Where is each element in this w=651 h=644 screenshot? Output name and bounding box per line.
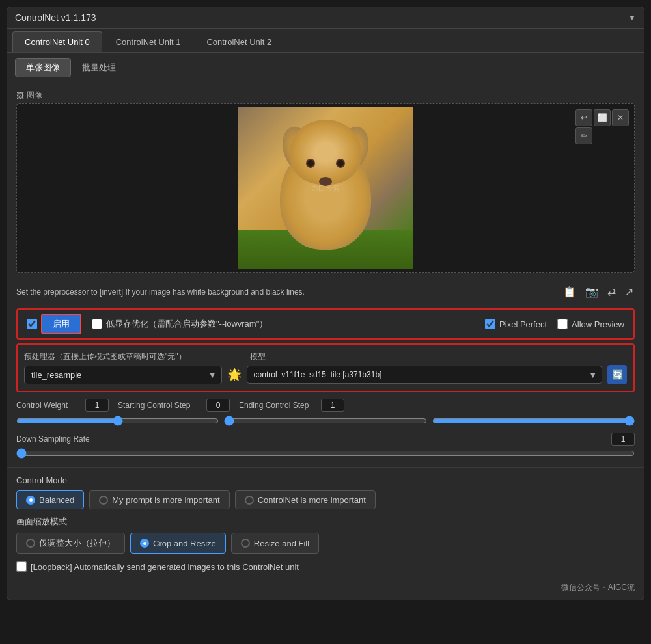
bottom-area: 微信公众号・AIGC流	[7, 578, 644, 600]
resize-mode-heading: 画面缩放模式	[16, 516, 635, 528]
bottom-watermark: 微信公众号・AIGC流	[561, 582, 635, 593]
cw-row: Control Weight 1 Starting Control Step 0…	[16, 399, 635, 412]
fire-icon: 🌟	[227, 368, 242, 382]
tab-unit-1[interactable]: ControlNet Unit 1	[104, 31, 193, 52]
preprocessor-model-section: 预处理器（直接上传模式图或草稿时可选"无"） 模型 tile_resample …	[16, 343, 635, 392]
radio-dot-crop-resize	[140, 539, 149, 548]
pixel-perfect-label: Pixel Perfect	[499, 319, 547, 329]
enable-checkbox-label[interactable]: 启用	[27, 314, 81, 334]
dog-head	[290, 120, 361, 185]
radio-controlnet-label: ControlNet is more important	[258, 495, 366, 505]
low-mem-checkbox-label[interactable]: 低显存优化（需配合启动参数"--lowvram"）	[92, 318, 268, 330]
dsr-row: Down Sampling Rate 1	[16, 433, 635, 446]
model-select-wrapper: control_v11f1e_sd15_tile [a371b31b] ▼	[247, 366, 602, 384]
resize-mode-radio-group: 仅调整大小（拉伸） Crop and Resize Resize and Fil…	[16, 533, 635, 554]
pixel-perfect-checkbox[interactable]	[485, 319, 495, 329]
model-select[interactable]: control_v11f1e_sd15_tile [a371b31b]	[247, 366, 602, 384]
preprocessor-title: 预处理器（直接上传模式图或草稿时可选"无"）	[24, 351, 220, 362]
loopback-text: [Loopback] Automatically send generated …	[31, 562, 299, 572]
loopback-section: [Loopback] Automatically send generated …	[7, 559, 644, 578]
allow-preview-label: Allow Preview	[572, 319, 624, 329]
radio-dot-controlnet	[245, 496, 254, 505]
image-btn-row-1: ↩ ⬜ ✕	[575, 109, 629, 126]
hint-area: Set the preprocessor to [invert] If your…	[7, 279, 644, 304]
dsr-value: 1	[611, 433, 635, 446]
dog-eye-left	[306, 159, 315, 168]
scs-label: Starting Control Step	[118, 401, 202, 410]
camera-button[interactable]: 📷	[584, 284, 600, 299]
refresh-model-button[interactable]: 🔄	[607, 365, 627, 384]
loopback-checkbox-label[interactable]: [Loopback] Automatically send generated …	[16, 561, 299, 572]
ecs-value: 1	[321, 399, 344, 412]
image-icon: 🖼	[16, 91, 24, 100]
radio-resize-fill[interactable]: Resize and Fill	[231, 533, 319, 554]
cw-value: 1	[85, 399, 109, 412]
control-mode-radio-group: Balanced My prompt is more important Con…	[16, 490, 635, 509]
ecs-label: Ending Control Step	[239, 401, 317, 410]
low-mem-label: 低显存优化（需配合启动参数"--lowvram"）	[106, 318, 268, 330]
dog-image: 力口云剪	[238, 107, 413, 269]
dog-eye-right	[336, 159, 345, 168]
radio-prompt[interactable]: My prompt is more important	[89, 490, 229, 509]
radio-balanced-label: Balanced	[39, 495, 74, 505]
preprocessor-select-wrapper: tile_resample ▼	[24, 366, 222, 384]
control-mode-heading: Control Mode	[16, 476, 635, 485]
image-label: 🖼 图像	[16, 90, 635, 101]
radio-dot-stretch	[26, 539, 35, 548]
swap-button[interactable]: ⇄	[606, 284, 617, 299]
radio-controlnet[interactable]: ControlNet is more important	[235, 490, 376, 509]
allow-preview-checkbox-label[interactable]: Allow Preview	[557, 319, 624, 329]
image-watermark: 力口云剪	[311, 183, 340, 193]
radio-dot-prompt	[99, 496, 108, 505]
hint-text: Set the preprocessor to [invert] If your…	[16, 288, 305, 297]
sub-tab-batch[interactable]: 批量处理	[71, 58, 127, 77]
radio-prompt-label: My prompt is more important	[112, 495, 219, 505]
pixel-perfect-checkbox-label[interactable]: Pixel Perfect	[485, 319, 547, 329]
hint-icons: 📋 📷 ⇄ ↗	[562, 284, 635, 299]
reset-button[interactable]: ⬜	[594, 109, 611, 126]
loopback-checkbox[interactable]	[16, 561, 27, 572]
sub-tabs-row: 单张图像 批量处理	[7, 53, 644, 83]
resize-mode-section: 画面缩放模式 仅调整大小（拉伸） Crop and Resize Resize …	[7, 515, 644, 559]
radio-stretch-label: 仅调整大小（拉伸）	[39, 537, 115, 549]
control-weight-slider[interactable]	[16, 416, 219, 426]
radio-dot-balanced	[26, 496, 35, 505]
scs-value: 0	[206, 399, 230, 412]
dsr-label: Down Sampling Rate	[16, 435, 606, 444]
send-to-img-button[interactable]: 📋	[562, 284, 577, 299]
close-button[interactable]: ✕	[612, 109, 629, 126]
panel-title: ControlNet v1.1.173	[15, 12, 96, 23]
preprocessor-select[interactable]: tile_resample	[24, 366, 222, 384]
image-buttons: ↩ ⬜ ✕ ✏	[575, 109, 629, 144]
edit-button[interactable]: ✏	[575, 127, 592, 144]
divider-1	[7, 467, 644, 468]
radio-balanced[interactable]: Balanced	[16, 490, 84, 509]
unit-tabs-row: ControlNet Unit 0 ControlNet Unit 1 Cont…	[7, 29, 644, 53]
arrow-button[interactable]: ↗	[624, 284, 635, 299]
down-sampling-slider[interactable]	[16, 448, 635, 459]
radio-stretch[interactable]: 仅调整大小（拉伸）	[16, 533, 125, 554]
starting-step-slider[interactable]	[224, 416, 426, 426]
enable-section: 启用 低显存优化（需配合启动参数"--lowvram"） Pixel Perfe…	[16, 308, 635, 340]
tab-unit-2[interactable]: ControlNet Unit 2	[194, 31, 284, 52]
radio-resize-fill-label: Resize and Fill	[254, 539, 309, 548]
radio-crop-resize[interactable]: Crop and Resize	[130, 533, 226, 554]
preprocessor-row: tile_resample ▼ 🌟 control_v11f1e_sd15_ti…	[24, 365, 627, 384]
low-mem-checkbox[interactable]	[92, 319, 102, 329]
model-title: 模型	[250, 351, 602, 362]
image-btn-row-2: ✏	[575, 127, 629, 144]
panel-header: ControlNet v1.1.173 ▼	[7, 7, 644, 29]
undo-button[interactable]: ↩	[575, 109, 592, 126]
down-sampling-section: Down Sampling Rate 1	[7, 431, 644, 464]
tab-unit-0[interactable]: ControlNet Unit 0	[12, 31, 102, 52]
panel-dropdown-arrow[interactable]: ▼	[628, 13, 636, 22]
enable-checkbox[interactable]	[27, 319, 37, 329]
allow-preview-checkbox[interactable]	[557, 319, 568, 329]
image-area: 🖼 图像 力口云剪 ↩ ⬜	[7, 83, 644, 279]
ending-step-slider[interactable]	[432, 416, 635, 426]
control-weight-section: Control Weight 1 Starting Control Step 0…	[7, 396, 644, 414]
controlnet-panel: ControlNet v1.1.173 ▼ ControlNet Unit 0 …	[7, 7, 644, 600]
enable-button[interactable]: 启用	[41, 314, 81, 334]
sub-tab-single[interactable]: 单张图像	[15, 58, 71, 77]
image-container[interactable]: 力口云剪 ↩ ⬜ ✕ ✏	[16, 103, 635, 273]
